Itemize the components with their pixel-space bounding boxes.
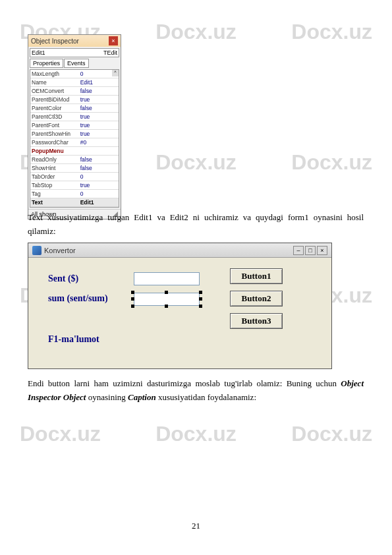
form-body: Sent ($) sum (sent/sum) F1-ma'lumot Butt…	[28, 258, 331, 368]
property-name: ParentBiDiMod	[30, 96, 79, 103]
property-name: TabStop	[30, 182, 79, 189]
property-row[interactable]: ParentShowHintrue	[30, 130, 119, 138]
property-name: Name	[30, 79, 79, 86]
tab-events[interactable]: Events	[64, 59, 89, 68]
edit2-input[interactable]	[134, 293, 200, 306]
selection-handle[interactable]	[165, 305, 168, 308]
property-row[interactable]: ReadOnlyfalse	[30, 156, 119, 164]
paragraph-1-text: Text xususiyatimizga turgan Edit1 va Edi…	[28, 212, 364, 236]
properties-grid: ^ MaxLength0NameEdit1OEMConvertfalsePare…	[30, 69, 119, 208]
button2[interactable]: Button2	[230, 291, 283, 307]
minimize-icon[interactable]: –	[293, 246, 304, 255]
property-name: ParentColor	[30, 105, 79, 111]
property-value[interactable]: false	[79, 88, 119, 94]
paragraph-2: Endi button larni ham uzimizni dasturimi…	[28, 377, 364, 405]
selection-handle[interactable]	[131, 305, 134, 308]
property-value[interactable]: true	[79, 122, 119, 129]
property-name: ReadOnly	[30, 156, 79, 163]
property-name: Tag	[30, 190, 79, 197]
property-row[interactable]: OEMConvertfalse	[30, 87, 119, 96]
watermark-text: Docx.uz	[155, 20, 237, 44]
property-value[interactable]: 0	[79, 173, 119, 180]
selection-handle[interactable]	[165, 291, 168, 294]
selection-handle[interactable]	[199, 291, 202, 294]
edit2-selection-wrap	[131, 291, 202, 308]
property-value[interactable]: Edit1	[79, 199, 119, 206]
p2-mid: oynasining	[86, 392, 128, 402]
property-value[interactable]: true	[79, 96, 119, 103]
object-inspector-title: Object Inspector	[31, 38, 79, 45]
property-value[interactable]: true	[79, 113, 119, 120]
tab-properties[interactable]: Properties	[30, 59, 63, 68]
watermark-text: Docx.uz	[155, 422, 237, 446]
form-title-area: Konvertor	[32, 246, 76, 255]
edit1-input[interactable]	[134, 272, 200, 285]
selection-handle[interactable]	[199, 297, 202, 301]
form-titlebar: Konvertor – □ ×	[28, 243, 331, 258]
watermark-row: Docx.uz Docx.uz Docx.uz	[0, 422, 392, 446]
form-title-text: Konvertor	[44, 247, 76, 254]
p2-bold2: Caption	[128, 392, 156, 402]
property-row[interactable]: MaxLength0	[30, 70, 119, 78]
button1[interactable]: Button1	[230, 268, 283, 284]
property-row[interactable]: ParentBiDiModtrue	[30, 96, 119, 104]
close-icon[interactable]: ×	[317, 246, 327, 255]
inspector-tabs: Properties Events	[30, 59, 119, 68]
property-row[interactable]: ParentColorfalse	[30, 104, 119, 113]
selection-handle[interactable]	[199, 305, 202, 308]
property-row[interactable]: Tag0	[30, 190, 119, 198]
property-value[interactable]: 0	[79, 190, 119, 197]
property-row[interactable]: PopupMenu	[30, 147, 119, 156]
page-number: 21	[0, 521, 392, 531]
property-name: PasswordChar	[30, 139, 79, 146]
property-row[interactable]: PasswordChar#0	[30, 138, 119, 147]
object-selector-combo[interactable]: Edit1 TEdit	[30, 48, 119, 57]
property-row[interactable]: TextEdit1	[30, 198, 119, 207]
property-row[interactable]: TabOrder0	[30, 173, 119, 181]
combo-object-type: TEdit	[103, 49, 117, 56]
button3[interactable]: Button3	[230, 313, 283, 329]
close-icon[interactable]: ×	[109, 36, 118, 45]
selection-handle[interactable]	[131, 297, 134, 301]
property-name: Text	[30, 199, 79, 206]
watermark-text: Docx.uz	[155, 150, 237, 175]
property-row[interactable]: TabStoptrue	[30, 181, 119, 190]
property-row[interactable]: ParentFonttrue	[30, 121, 119, 130]
p2-text: Endi button larni ham uzimizni dasturimi…	[28, 378, 341, 388]
watermark-text: Docx.uz	[291, 20, 372, 44]
watermark-text: Docx.uz	[291, 422, 372, 446]
property-row[interactable]: NameEdit1	[30, 78, 119, 87]
property-row[interactable]: ParentCtl3Dtrue	[30, 113, 119, 121]
label-sum: sum (sent/sum)	[48, 293, 108, 304]
property-name: ParentFont	[30, 122, 79, 129]
property-name: MaxLength	[30, 71, 79, 77]
app-icon	[32, 246, 42, 255]
property-value[interactable]: Edit1	[79, 79, 119, 86]
property-name: TabOrder	[30, 173, 79, 180]
property-name: OEMConvert	[30, 88, 79, 94]
property-name: ParentCtl3D	[30, 113, 79, 120]
maximize-icon[interactable]: □	[305, 246, 316, 255]
property-value[interactable]: true	[79, 182, 119, 189]
label-f1: F1-ma'lumot	[48, 334, 99, 345]
property-name: ShowHint	[30, 165, 79, 171]
watermark-text: Docx.uz	[20, 422, 101, 446]
property-value[interactable]: true	[79, 131, 119, 137]
selection-handle[interactable]	[131, 291, 134, 294]
property-value[interactable]: false	[79, 105, 119, 111]
property-row[interactable]: ShowHintfalse	[30, 164, 119, 173]
property-value[interactable]: false	[79, 165, 119, 171]
window-controls: – □ ×	[293, 246, 327, 255]
scroll-up-icon[interactable]: ^	[112, 70, 119, 76]
object-inspector-titlebar: Object Inspector ×	[28, 35, 121, 47]
label-sent: Sent ($)	[48, 274, 78, 284]
paragraph-1: Text xususiyatimizga turgan Edit1 va Edi…	[28, 211, 364, 239]
watermark-text: Docx.uz	[291, 150, 372, 175]
property-name: PopupMenu	[30, 148, 79, 154]
konvertor-form: Konvertor – □ × Sent ($) sum (sent/sum) …	[28, 243, 332, 369]
p2-suffix: xususiyatidan foydalanamiz:	[156, 392, 256, 402]
property-value[interactable]: #0	[79, 139, 119, 146]
property-value[interactable]: false	[79, 156, 119, 163]
property-name: ParentShowHin	[30, 131, 79, 137]
combo-object-name: Edit1	[32, 49, 45, 56]
